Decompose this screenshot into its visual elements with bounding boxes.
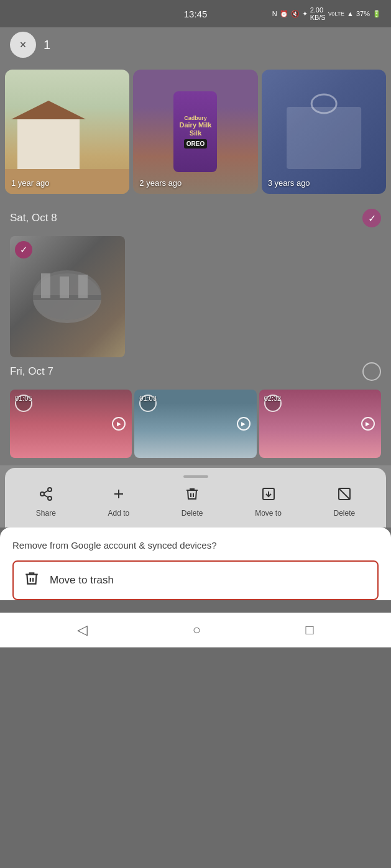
back-button[interactable]: ◁ <box>77 622 88 638</box>
share-label: Share <box>36 509 56 518</box>
memory-bg-3 <box>262 70 386 194</box>
alarm-icon: ⏰ <box>280 10 288 18</box>
video-duration-3: 02:32 <box>264 395 282 402</box>
video-duration-2: 01:03 <box>139 395 157 402</box>
date-check-1[interactable]: ✓ <box>362 209 381 227</box>
network-speed: 2.00KB/S <box>310 6 326 21</box>
choc-brand: Cadbury <box>184 115 207 121</box>
delete-icon <box>185 487 200 505</box>
date-label-1: Sat, Oct 8 <box>10 212 57 224</box>
svg-point-8 <box>48 488 52 491</box>
trash-icon <box>24 570 40 590</box>
section-fri-oct7: Fri, Oct 7 <box>5 357 386 390</box>
video-item-2[interactable]: 01:03 ▶ <box>134 390 256 458</box>
delete2-icon <box>337 487 352 505</box>
move-icon <box>261 487 276 505</box>
svg-point-10 <box>48 496 52 500</box>
delete-label: Delete <box>182 509 203 518</box>
bluetooth-icon: ✦ <box>302 10 308 18</box>
memory-card-1[interactable]: 1 year ago <box>5 70 129 194</box>
share-button[interactable]: Share <box>36 487 56 518</box>
video-row: 01:05 ▶ 01:03 ▶ 02:32 ▶ <box>5 390 386 458</box>
status-time: 13:45 <box>184 9 208 19</box>
photo-check-cookware[interactable]: ✓ <box>15 241 32 258</box>
volte-icon: VoLTE <box>328 11 344 17</box>
signal-icon: ▲ <box>347 10 354 17</box>
video-item-1[interactable]: 01:05 ▶ <box>10 390 132 458</box>
photo-grid-1: ✓ <box>5 236 386 357</box>
action-buttons-row: Share Add to Delete <box>5 487 386 523</box>
memory-card-2[interactable]: Cadbury Dairy Milk Silk OREO 2 years ago <box>133 70 257 194</box>
add-icon <box>111 487 126 505</box>
battery-text: 37% <box>356 10 370 17</box>
memory-bg-1 <box>5 70 129 194</box>
share-icon <box>39 487 53 505</box>
action-sheet-bg: Share Add to Delete <box>0 465 391 528</box>
video-play-3[interactable]: ▶ <box>361 417 375 431</box>
memory-label-2: 2 years ago <box>139 178 182 188</box>
add-to-button[interactable]: Add to <box>108 487 129 518</box>
svg-rect-5 <box>41 273 50 298</box>
volume-icon: 🔇 <box>291 10 300 18</box>
action-bar-handle <box>183 475 208 478</box>
selected-count: 1 <box>44 38 50 52</box>
memory-label-1: 1 year ago <box>11 178 49 188</box>
confirm-question: Remove from Google account & synced devi… <box>12 540 379 550</box>
close-button[interactable]: × <box>10 32 36 58</box>
clothing-svg <box>262 70 386 194</box>
video-duration-1: 01:05 <box>15 395 32 402</box>
video-item-3[interactable]: 02:32 ▶ <box>259 390 381 458</box>
close-icon: × <box>20 39 27 52</box>
photo-item-cookware[interactable]: ✓ <box>10 236 125 357</box>
date-header-2: Fri, Oct 7 <box>10 362 381 381</box>
memory-card-3[interactable]: 3 years ago <box>262 70 386 194</box>
delete2-label: Delete <box>333 509 355 518</box>
video-play-2[interactable]: ▶ <box>237 417 251 431</box>
home-button[interactable]: ○ <box>193 622 201 638</box>
memory-label-3: 3 years ago <box>268 178 310 188</box>
svg-rect-6 <box>60 276 69 298</box>
add-label: Add to <box>108 509 129 518</box>
recent-button[interactable]: □ <box>305 622 313 638</box>
date-header-1: Sat, Oct 8 ✓ <box>10 209 381 227</box>
move-to-button[interactable]: Move to <box>255 487 282 518</box>
move-label: Move to <box>255 509 282 518</box>
building-roof <box>11 101 86 119</box>
content-area: 1 year ago Cadbury Dairy Milk Silk OREO … <box>0 62 391 465</box>
delete-button[interactable]: Delete <box>182 487 203 518</box>
video-play-1[interactable]: ▶ <box>112 417 126 431</box>
nav-bar: ◁ ○ □ <box>0 613 391 647</box>
status-icons: N ⏰ 🔇 ✦ 2.00KB/S VoLTE ▲ 37% 🔋 <box>272 6 381 21</box>
date-check-2[interactable] <box>362 362 381 381</box>
section-sat-oct8: Sat, Oct 8 ✓ <box>5 204 386 236</box>
building-shape <box>17 119 80 169</box>
status-bar: 13:45 N ⏰ 🔇 ✦ 2.00KB/S VoLTE ▲ 37% 🔋 <box>0 0 391 27</box>
battery-icon: 🔋 <box>372 10 381 18</box>
chocolate-visual: Cadbury Dairy Milk Silk OREO <box>173 91 217 172</box>
date-label-2: Fri, Oct 7 <box>10 365 53 378</box>
move-to-trash-button[interactable]: Move to trash <box>12 560 379 600</box>
choc-oreo: OREO <box>184 139 207 148</box>
choc-name: Dairy Milk Silk <box>177 121 213 136</box>
svg-point-9 <box>40 492 44 496</box>
svg-line-18 <box>339 488 350 500</box>
svg-line-11 <box>44 495 48 498</box>
confirm-sheet: Remove from Google account & synced devi… <box>0 528 391 600</box>
top-bar: × 1 <box>0 27 391 62</box>
svg-rect-0 <box>287 107 361 169</box>
action-bar: Share Add to Delete <box>5 468 386 528</box>
memory-bg-2: Cadbury Dairy Milk Silk OREO <box>133 70 257 194</box>
svg-line-12 <box>44 491 48 493</box>
delete2-button[interactable]: Delete <box>333 487 355 518</box>
notification-icon: N <box>272 10 277 17</box>
svg-rect-7 <box>78 275 88 298</box>
memories-row: 1 year ago Cadbury Dairy Milk Silk OREO … <box>5 70 386 194</box>
move-to-trash-label: Move to trash <box>50 574 114 587</box>
